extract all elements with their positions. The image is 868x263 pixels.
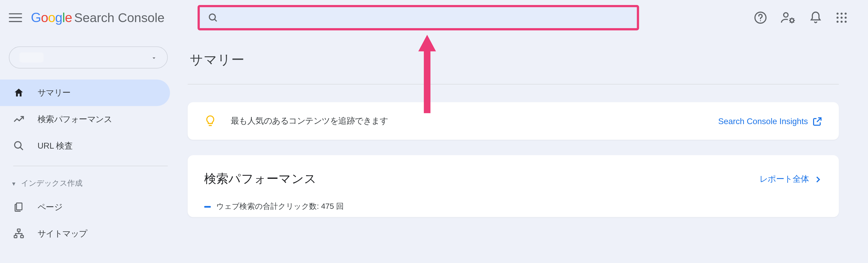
- sidebar-item-label: サマリー: [38, 88, 71, 98]
- search-icon: [13, 140, 25, 151]
- triangle-down-icon: ▼: [11, 180, 17, 186]
- clicks-metric: ウェブ検索の合計クリック数: 475 回: [204, 201, 822, 211]
- sidebar-item-summary[interactable]: サマリー: [0, 80, 170, 106]
- open-external-icon: [812, 116, 822, 126]
- svg-point-12: [836, 21, 839, 23]
- property-name-redacted: [20, 52, 43, 62]
- apps-icon[interactable]: [835, 11, 847, 24]
- svg-point-10: [841, 17, 843, 19]
- caret-down-icon: [151, 52, 157, 62]
- metric-label: ウェブ検索の合計クリック数: 475 回: [216, 201, 344, 211]
- product-logo: Google Search Console: [31, 10, 164, 26]
- svg-rect-17: [17, 203, 22, 210]
- chevron-right-icon: [813, 174, 822, 184]
- sidebar-section-indexing[interactable]: ▼ インデックス作成: [0, 173, 177, 194]
- svg-line-16: [20, 147, 23, 150]
- search-icon: [208, 12, 219, 23]
- sidebar-section-label: インデックス作成: [21, 178, 83, 188]
- svg-point-14: [845, 21, 847, 23]
- performance-card: 検索パフォーマンス レポート全体 ウェブ検索の合計クリック数: 475 回: [188, 155, 839, 217]
- search-input[interactable]: [197, 5, 639, 30]
- hamburger-menu[interactable]: [9, 11, 22, 24]
- full-report-link[interactable]: レポート全体: [760, 174, 822, 184]
- svg-line-1: [214, 19, 217, 21]
- link-label: レポート全体: [760, 174, 809, 184]
- sidebar-item-label: サイトマップ: [38, 228, 87, 239]
- performance-heading: 検索パフォーマンス: [204, 171, 317, 187]
- sidebar-item-performance[interactable]: 検索パフォーマンス: [0, 106, 170, 133]
- insights-banner: 最も人気のあるコンテンツを追跡できます Search Console Insig…: [188, 102, 839, 140]
- sidebar-item-pages[interactable]: ページ: [0, 194, 170, 221]
- svg-point-6: [836, 12, 839, 15]
- svg-point-15: [15, 142, 21, 148]
- sidebar-item-url-inspect[interactable]: URL 検査: [0, 133, 170, 159]
- svg-point-3: [760, 20, 761, 21]
- legend-swatch: [204, 206, 211, 207]
- svg-point-0: [210, 14, 216, 20]
- svg-point-4: [784, 12, 788, 17]
- svg-point-13: [841, 21, 843, 23]
- annotation-arrow: [416, 30, 438, 113]
- sidebar-item-sitemaps[interactable]: サイトマップ: [0, 221, 170, 247]
- sidebar-item-label: ページ: [38, 202, 63, 212]
- trend-icon: [13, 114, 25, 125]
- sitemap-icon: [13, 228, 25, 239]
- svg-rect-20: [21, 235, 23, 238]
- pages-icon: [13, 201, 25, 212]
- home-icon: [13, 87, 25, 98]
- svg-rect-18: [17, 229, 20, 231]
- notifications-icon[interactable]: [809, 11, 822, 24]
- help-icon[interactable]: [754, 11, 767, 24]
- svg-point-9: [836, 17, 839, 19]
- insights-link[interactable]: Search Console Insights: [718, 116, 822, 126]
- sidebar-item-label: 検索パフォーマンス: [38, 114, 112, 125]
- property-selector[interactable]: [9, 46, 168, 68]
- svg-point-11: [845, 17, 847, 19]
- page-title: サマリー: [190, 51, 839, 68]
- lightbulb-icon: [204, 115, 216, 127]
- product-name: Search Console: [74, 10, 164, 26]
- banner-text: 最も人気のあるコンテンツを追跡できます: [231, 116, 388, 126]
- sidebar-item-label: URL 検査: [38, 141, 73, 151]
- svg-point-8: [845, 12, 847, 15]
- user-settings-icon[interactable]: [780, 11, 796, 24]
- svg-point-7: [841, 12, 843, 15]
- link-label: Search Console Insights: [718, 116, 808, 126]
- svg-rect-19: [14, 235, 17, 238]
